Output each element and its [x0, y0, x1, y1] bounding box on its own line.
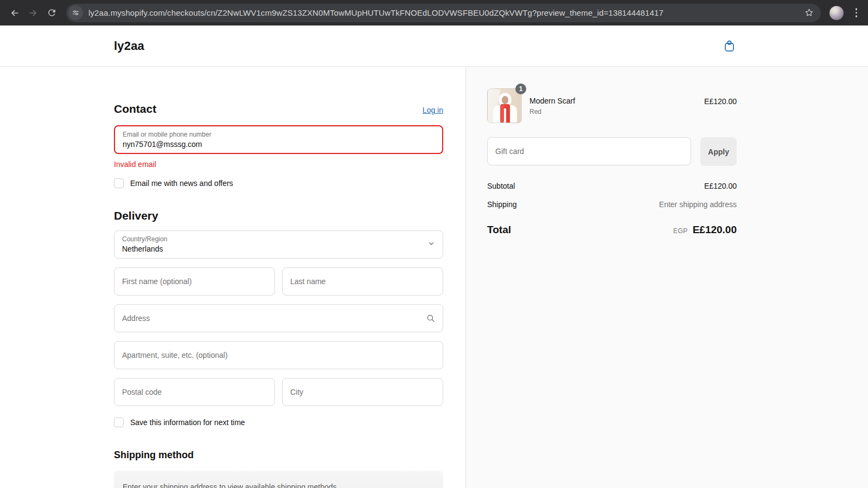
shipping-label: Shipping	[487, 199, 517, 210]
browser-menu-button[interactable]	[852, 6, 861, 20]
shipping-value: Enter shipping address	[659, 199, 737, 210]
bookmark-star-icon	[804, 8, 814, 18]
contact-title: Contact	[114, 102, 156, 116]
shipping-method-notice-text: Enter your shipping address to view avai…	[123, 481, 435, 488]
save-info-label: Save this information for next time	[130, 417, 245, 428]
totals: Subtotal E£120.00 Shipping Enter shippin…	[487, 181, 737, 237]
apply-gift-card-button[interactable]: Apply	[700, 137, 737, 166]
cart-button[interactable]	[723, 39, 736, 53]
newsletter-checkbox-row[interactable]: Email me with news and offers	[114, 178, 443, 189]
apartment-input[interactable]	[114, 341, 443, 369]
email-error-text: Invalid email	[114, 159, 443, 170]
quantity-badge: 1	[515, 84, 526, 94]
forward-icon	[28, 8, 39, 18]
save-info-checkbox-row[interactable]: Save this information for next time	[114, 417, 443, 428]
profile-avatar[interactable]	[829, 6, 844, 20]
country-select-value: Netherlands	[122, 244, 435, 254]
shipping-row: Shipping Enter shipping address	[487, 199, 737, 210]
email-field[interactable]: Email or mobile phone number nyn75701@ms…	[114, 125, 443, 154]
save-info-checkbox[interactable]	[114, 418, 124, 427]
cart-line-item: 1 Modern Scarf Red E£120.00	[487, 88, 737, 123]
back-button[interactable]	[5, 4, 24, 22]
site-settings-icon	[72, 9, 80, 17]
product-name: Modern Scarf	[529, 96, 575, 106]
total-label: Total	[487, 223, 511, 237]
email-field-label: Email or mobile phone number	[123, 131, 435, 139]
shipping-method-notice: Enter your shipping address to view avai…	[114, 471, 443, 488]
chevron-down-icon	[427, 240, 435, 249]
gift-card-input[interactable]	[487, 137, 691, 165]
total-row: Total EGP E£120.00	[487, 223, 737, 237]
screen: ly2aa.myshopify.com/checkouts/cn/Z2NwLWV…	[0, 0, 868, 488]
product-thumbnail	[487, 88, 522, 123]
browser-menu-icon	[856, 8, 858, 17]
city-input[interactable]	[282, 378, 443, 406]
checkout-body: Contact Log in Email or mobile phone num…	[0, 67, 868, 488]
address-bar[interactable]: ly2aa.myshopify.com/checkouts/cn/Z2NwLWV…	[66, 4, 821, 22]
forward-button[interactable]	[24, 4, 42, 22]
reload-icon	[47, 8, 57, 18]
store-name[interactable]: ly2aa	[114, 39, 144, 53]
back-icon	[9, 8, 20, 18]
search-icon	[426, 313, 436, 323]
first-name-input[interactable]	[114, 267, 275, 296]
order-summary-sidebar: 1 Modern Scarf Red E£120.00 Apply Subtot…	[465, 67, 868, 488]
gift-card-row: Apply	[487, 137, 737, 166]
product-price: E£120.00	[704, 88, 737, 106]
postal-code-input[interactable]	[114, 378, 275, 406]
shipping-method-title: Shipping method	[114, 448, 443, 461]
last-name-input[interactable]	[282, 267, 443, 296]
cart-bag-icon	[723, 39, 736, 53]
site-settings-button[interactable]	[68, 5, 83, 20]
login-link[interactable]: Log in	[423, 106, 443, 114]
email-field-value: nyn75701@msssg.com	[123, 139, 435, 149]
country-select[interactable]: Country/Region Netherlands	[114, 230, 443, 259]
browser-toolbar: ly2aa.myshopify.com/checkouts/cn/Z2NwLWV…	[0, 0, 868, 25]
country-select-label: Country/Region	[122, 235, 435, 243]
reload-button[interactable]	[42, 4, 61, 22]
currency-code: EGP	[673, 226, 688, 236]
delivery-title: Delivery	[114, 209, 158, 223]
product-variant: Red	[529, 107, 575, 116]
checkout-form: Contact Log in Email or mobile phone num…	[114, 67, 443, 488]
subtotal-row: Subtotal E£120.00	[487, 181, 737, 191]
checkout-header: ly2aa	[0, 25, 868, 67]
url-text[interactable]: ly2aa.myshopify.com/checkouts/cn/Z2NwLWV…	[88, 8, 799, 17]
subtotal-label: Subtotal	[487, 181, 515, 191]
address-input[interactable]	[114, 304, 443, 332]
newsletter-label: Email me with news and offers	[130, 178, 233, 189]
main-column: Contact Log in Email or mobile phone num…	[0, 67, 465, 488]
total-value: E£120.00	[693, 224, 737, 235]
newsletter-checkbox[interactable]	[114, 178, 124, 188]
subtotal-value: E£120.00	[704, 181, 737, 191]
bookmark-star-button[interactable]	[804, 8, 814, 18]
